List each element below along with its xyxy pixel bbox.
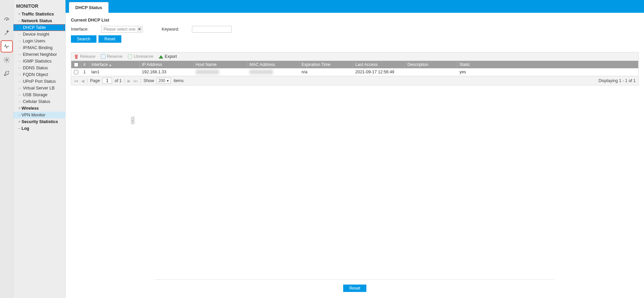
col-interface[interactable]: Interface▲ [89,61,140,68]
sidebar: MONITOR Traffic Statistics Network Statu… [13,0,66,298]
chevron-down-icon: ▾ [166,78,170,83]
nav-device-insight[interactable]: Device Insight [13,31,65,38]
row-checkbox[interactable] [74,70,78,74]
nav-upnp-port-status[interactable]: UPnP Port Status [13,78,65,85]
toolbar-release[interactable]: Release [74,54,95,59]
col-expiration[interactable]: Expiration Time [299,61,353,68]
rail-wand[interactable] [1,28,12,38]
rail-dashboard[interactable] [1,14,12,25]
sort-asc-icon: ▲ [109,63,112,67]
filter-buttons: Search Reset [71,35,639,43]
grid-pager: ⏮ ◀ Page of 1 ▶ ⏭ Show 200 ▾ items [71,76,638,85]
filter-row: Interface: Please select one. Keyword: [71,26,639,33]
interface-label: Interface: [71,27,91,32]
pager-prev[interactable]: ◀ [81,78,84,83]
col-last-access[interactable]: Last Access [353,61,405,68]
footer: Reset [71,273,639,295]
col-checkbox[interactable] [71,61,81,68]
chevron-down-icon [137,27,142,32]
redacted-host [196,70,219,74]
nav-security-statistics[interactable]: Security Statistics [13,118,65,125]
footer-reset-button[interactable]: Reset [343,285,366,292]
table-row[interactable]: 1 lan1 192.168.1.33 n/a 2021-09-17 12:56… [71,68,638,76]
pager-page-total: of 1 [115,78,122,83]
gear-icon [3,57,10,63]
pager-page-label: Page [90,78,100,83]
unreserve-icon [128,54,132,59]
pager-next[interactable]: ▶ [127,78,131,83]
rail-tools[interactable] [1,68,12,79]
grid-toolbar: Release Reserve Unreserve Export [71,52,638,61]
svg-point-0 [6,20,7,21]
pager-show-suffix: items [173,78,184,83]
trash-icon [74,54,79,59]
redacted-mac [249,70,273,74]
cell-host [194,68,247,76]
col-mac[interactable]: MAC Address [247,61,299,68]
cell-ip: 192.168.1.33 [140,68,194,76]
nav-ethernet-neighbor[interactable]: Ethernet Neighbor [13,51,65,58]
sidebar-collapse-handle[interactable]: ‹ [131,117,134,124]
nav-ip-mac-binding[interactable]: IP/MAC Binding [13,44,65,51]
nav-login-users[interactable]: Login Users [13,38,65,44]
cell-expiration: n/a [299,68,353,76]
grid-header: # Interface▲ IP Address Host Name MAC Ad… [71,61,638,68]
rail-activity[interactable] [1,41,12,52]
tools-icon [3,70,10,77]
footer-divider [155,280,555,280]
wand-icon [3,30,10,36]
cell-interface: lan1 [89,68,140,76]
sidebar-title: MONITOR [13,0,65,11]
nav-igmp-statistics[interactable]: IGMP Statistics [13,58,65,65]
section-title: Current DHCP List [71,17,639,23]
toolbar-unreserve[interactable]: Unreserve [128,54,153,59]
col-description[interactable]: Description [405,61,457,68]
keyword-input[interactable] [192,26,232,33]
nav-usb-storage[interactable]: USB Storage [13,91,65,98]
pager-summary: Displaying 1 - 1 of 1 [599,78,636,83]
pager-first[interactable]: ⏮ [74,78,78,83]
nav-cellular-status[interactable]: Cellular Status [13,98,65,105]
col-index[interactable]: # [81,61,89,68]
cell-description [405,68,457,76]
nav-fqdn-object[interactable]: FQDN Object [13,71,65,78]
search-button[interactable]: Search [71,35,96,43]
nav-network-status[interactable]: Network Status [13,17,65,24]
nav-dhcp-table[interactable]: DHCP Table [13,24,65,31]
reset-button[interactable]: Reset [98,35,122,43]
col-static[interactable]: Static [457,61,638,68]
select-all-checkbox[interactable] [74,63,78,67]
pager-page-input[interactable] [103,78,112,84]
cell-mac [247,68,299,76]
icon-rail [0,0,13,298]
nav-wireless[interactable]: Wireless [13,105,65,112]
content: Current DHCP List Interface: Please sele… [66,13,644,298]
nav-virtual-server-lb[interactable]: Virtual Server LB [13,85,65,91]
tab-dhcp-status[interactable]: DHCP Status [69,2,109,13]
nav-ddns-status[interactable]: DDNS Status [13,65,65,71]
export-icon [159,54,163,59]
gauge-icon [3,16,10,23]
nav-traffic-statistics[interactable]: Traffic Statistics [13,11,65,17]
toolbar-reserve[interactable]: Reserve [101,54,123,59]
main: ‹ DHCP Status Current DHCP List Interfac… [66,0,644,298]
col-ip[interactable]: IP Address [140,61,194,68]
interface-select[interactable]: Please select one. [101,26,143,33]
cell-last-access: 2021-09-17 12:56:49 [353,68,405,76]
keyword-label: Keyword: [162,27,182,32]
cell-static: yes [457,68,638,76]
tab-bar: DHCP Status [66,0,644,13]
pager-show-select[interactable]: 200 ▾ [157,78,171,84]
activity-icon [3,43,10,50]
cell-index: 1 [81,68,89,76]
nav-tree: Traffic Statistics Network Status DHCP T… [13,11,65,132]
nav-vpn-monitor[interactable]: VPN Monitor [13,112,65,118]
pager-last[interactable]: ⏭ [133,78,138,83]
svg-point-1 [6,59,7,61]
toolbar-export[interactable]: Export [159,54,177,59]
rail-settings[interactable] [1,54,12,65]
col-host[interactable]: Host Name [194,61,247,68]
pager-show-label: Show [144,78,154,83]
nav-log[interactable]: Log [13,125,65,132]
dhcp-grid: Release Reserve Unreserve Export [71,52,639,85]
